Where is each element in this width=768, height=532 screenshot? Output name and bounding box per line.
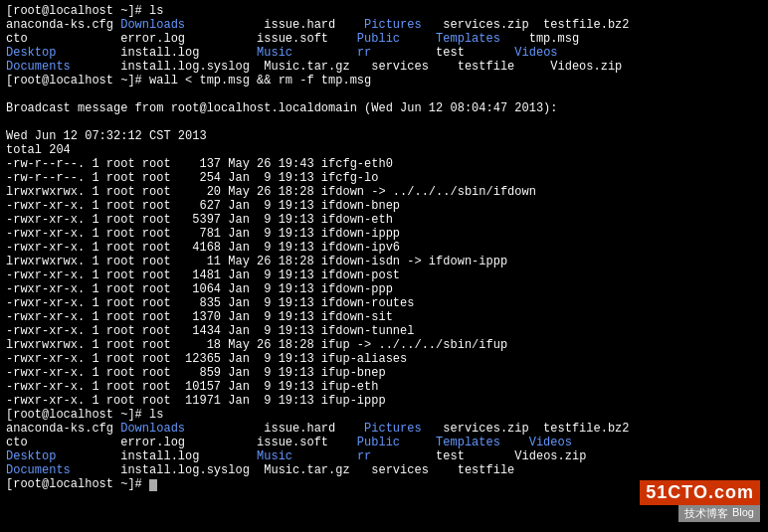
terminal-line: -rwxr-xr-x. 1 root root 859 Jan 9 19:13 …	[6, 366, 762, 380]
watermark-chinese: 技术博客	[684, 506, 728, 521]
terminal-line: -rwxr-xr-x. 1 root root 10157 Jan 9 19:1…	[6, 380, 762, 394]
terminal-line: -rwxr-xr-x. 1 root root 1064 Jan 9 19:13…	[6, 282, 762, 296]
terminal-line: -rwxr-xr-x. 1 root root 12365 Jan 9 19:1…	[6, 352, 762, 366]
terminal-line: Broadcast message from root@localhost.lo…	[6, 101, 762, 115]
terminal-line: lrwxrwxrwx. 1 root root 20 May 26 18:28 …	[6, 185, 762, 199]
terminal-line: [root@localhost ~]# ls	[6, 4, 762, 18]
terminal-line: lrwxrwxrwx. 1 root root 11 May 26 18:28 …	[6, 255, 762, 268]
terminal-line: Desktop install.log Music rr test Videos…	[6, 449, 762, 463]
terminal-line: anaconda-ks.cfg Downloads issue.hard Pic…	[6, 18, 762, 32]
terminal-line: -rwxr-xr-x. 1 root root 781 Jan 9 19:13 …	[6, 227, 762, 241]
terminal-line: -rw-r--r--. 1 root root 254 Jan 9 19:13 …	[6, 171, 762, 185]
cursor-block	[149, 479, 157, 491]
terminal-line: cto error.log issue.soft Public Template…	[6, 32, 762, 46]
terminal-line: -rwxr-xr-x. 1 root root 627 Jan 9 19:13 …	[6, 199, 762, 213]
terminal-line: anaconda-ks.cfg Downloads issue.hard Pic…	[6, 422, 762, 436]
terminal-line: total 204	[6, 143, 762, 157]
terminal-line: -rwxr-xr-x. 1 root root 4168 Jan 9 19:13…	[6, 241, 762, 255]
terminal-line: -rwxr-xr-x. 1 root root 835 Jan 9 19:13 …	[6, 296, 762, 310]
terminal-line: -rwxr-xr-x. 1 root root 1434 Jan 9 19:13…	[6, 324, 762, 338]
terminal-line: -rwxr-xr-x. 1 root root 1481 Jan 9 19:13…	[6, 268, 762, 282]
terminal-line: Documents install.log.syslog Music.tar.g…	[6, 60, 762, 74]
watermark-blog: Blog	[732, 506, 754, 521]
watermark-brand: 51CTO.com	[640, 480, 760, 505]
terminal-line: [root@localhost ~]# wall < tmp.msg && rm…	[6, 74, 762, 88]
terminal-line: -rwxr-xr-x. 1 root root 1370 Jan 9 19:13…	[6, 310, 762, 324]
terminal-line: lrwxrwxrwx. 1 root root 18 May 26 18:28 …	[6, 338, 762, 352]
terminal-line: Wed Jun 12 07:32:12 CST 2013	[6, 129, 762, 143]
terminal-line	[6, 88, 762, 101]
terminal-line: -rwxr-xr-x. 1 root root 5397 Jan 9 19:13…	[6, 213, 762, 227]
terminal-window: [root@localhost ~]# ls anaconda-ks.cfg D…	[0, 0, 768, 532]
watermark: 51CTO.com 技术博客 Blog	[640, 480, 760, 522]
terminal-line	[6, 115, 762, 129]
terminal-line: -rwxr-xr-x. 1 root root 11971 Jan 9 19:1…	[6, 394, 762, 408]
terminal-line: Documents install.log.syslog Music.tar.g…	[6, 463, 762, 477]
watermark-sub: 技术博客 Blog	[678, 505, 760, 522]
terminal-line: -rw-r--r--. 1 root root 137 May 26 19:43…	[6, 157, 762, 171]
terminal-line: [root@localhost ~]# ls	[6, 408, 762, 422]
terminal-line: cto error.log issue.soft Public Template…	[6, 436, 762, 449]
terminal-line: Desktop install.log Music rr test Videos	[6, 46, 762, 60]
